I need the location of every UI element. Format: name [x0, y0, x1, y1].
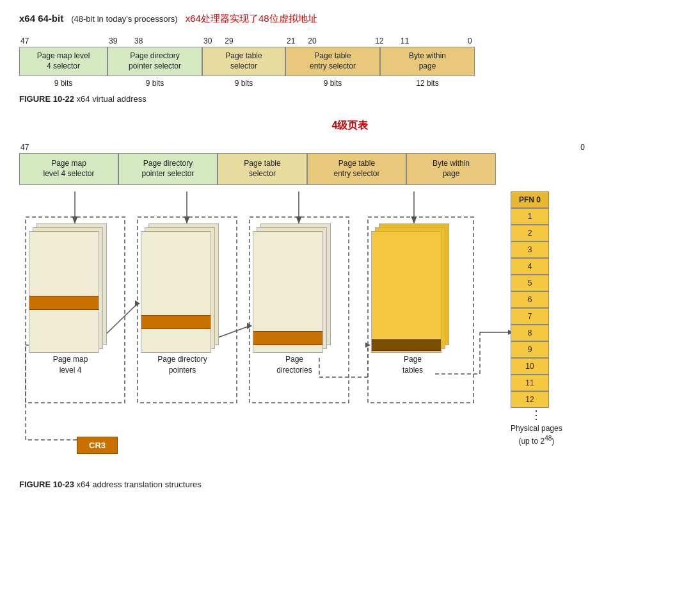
- figure23-caption-bold: FIGURE 10-23: [19, 480, 74, 489]
- svg-marker-13: [247, 323, 252, 329]
- dots-ellipsis: ⋮: [511, 409, 562, 421]
- figure23-caption-text: x64 address translation structures: [77, 480, 202, 489]
- fig23-addr-boxes: Page maplevel 4 selector Page directoryp…: [19, 153, 681, 185]
- pfn-8: 8: [511, 325, 549, 341]
- figure23-caption: FIGURE 10-23 x64 address translation str…: [19, 480, 681, 489]
- pfn-4: 4: [511, 258, 549, 275]
- addr-box-pdp: Page directorypointer selector: [107, 47, 202, 76]
- bit-30-29: 30 29: [203, 36, 287, 45]
- col-pml4-label: Page maplevel 4: [29, 354, 112, 376]
- addr-box-pte: Page tableentry selector: [285, 47, 380, 76]
- fig23-bit47: 47: [20, 143, 116, 152]
- pfn-7: 7: [511, 308, 549, 325]
- pfn-11: 11: [511, 375, 549, 391]
- pfn-2: 2: [511, 225, 549, 241]
- title-chinese: x64处理器实现了48位虚拟地址: [186, 13, 317, 25]
- addr-box-byte: Byte withinpage: [380, 47, 475, 76]
- phys-pages-label: Physical pages(up to 248): [511, 423, 562, 447]
- bits-label-3: 9 bits: [202, 79, 285, 88]
- bit-21-20: 21 20: [287, 36, 375, 45]
- fig23-box-pt: Page tableselector: [218, 153, 307, 185]
- level4-title: 4级页表: [19, 119, 681, 133]
- bits-label-4: 9 bits: [285, 79, 380, 88]
- pfn-10: 10: [511, 358, 549, 375]
- pfn-3: 3: [511, 241, 549, 258]
- pfn-1: 1: [511, 208, 549, 225]
- addr-box-pt: Page tableselector: [202, 47, 285, 76]
- pfn-header: PFN 0: [511, 191, 549, 208]
- col-pd: Pagedirectories: [253, 223, 336, 376]
- figure22-caption-bold: FIGURE 10-22: [19, 94, 74, 104]
- col-pt-label: Pagetables: [371, 354, 454, 376]
- cr3-label: CR3: [77, 437, 118, 454]
- col-pdp: Page directorypointers: [141, 223, 224, 376]
- col-pml4: Page maplevel 4: [29, 223, 112, 376]
- col-pd-label: Pagedirectories: [253, 354, 336, 376]
- bit-47: 47: [20, 36, 104, 45]
- fig23-box-byte: Byte withinpage: [406, 153, 496, 185]
- col-pt: Pagetables: [371, 223, 454, 376]
- bits-label-5: 12 bits: [380, 79, 475, 88]
- pfn-5: 5: [511, 275, 549, 291]
- figure22-caption-text: x64 virtual address: [77, 94, 147, 104]
- fig23-box-pte: Page tableentry selector: [307, 153, 406, 185]
- svg-marker-18: [365, 343, 370, 348]
- bit-38-39: 39 38: [109, 36, 203, 45]
- figure23-addr-diagram: 47 0 Page maplevel 4 selector Page direc…: [19, 143, 681, 185]
- page-table-diagram: Page maplevel 4 Page directorypointers P…: [19, 191, 685, 460]
- figure22-caption: FIGURE 10-22 x64 virtual address: [19, 94, 681, 104]
- bits-label-2: 9 bits: [107, 79, 202, 88]
- svg-marker-10: [135, 300, 140, 307]
- cr3-box: CR3: [77, 432, 118, 454]
- pfn-list: PFN 0 1 2 3 4 5 6 7 8 9 10 11 12: [511, 191, 562, 408]
- fig23-box-pdp: Page directorypointer selector: [118, 153, 218, 185]
- figure22-diagram: 47 39 38 30 29 21 20 12 11 0 Page map le…: [19, 36, 681, 88]
- title-bold: x64 64-bit: [19, 13, 63, 24]
- pfn-12: 12: [511, 391, 549, 408]
- fig23-bit0: 0: [580, 143, 585, 152]
- title-row: x64 64-bit (48-bit in today's processors…: [19, 13, 681, 25]
- addr-boxes-row: Page map level4 selector Page directoryp…: [19, 47, 681, 76]
- phys-pages-col: PFN 0 1 2 3 4 5 6 7 8 9 10 11 12 ⋮ Physi…: [511, 191, 562, 447]
- title-normal: (48-bit in today's processors): [71, 14, 178, 24]
- addr-box-pml4: Page map level4 selector: [19, 47, 107, 76]
- pfn-6: 6: [511, 291, 549, 308]
- bits-label-1: 9 bits: [19, 79, 107, 88]
- bit-12-11: 12 11: [375, 36, 468, 45]
- fig23-box-pml4: Page maplevel 4 selector: [19, 153, 118, 185]
- col-pdp-label: Page directorypointers: [141, 354, 224, 376]
- pfn-9: 9: [511, 341, 549, 358]
- bit-0: 0: [468, 36, 472, 45]
